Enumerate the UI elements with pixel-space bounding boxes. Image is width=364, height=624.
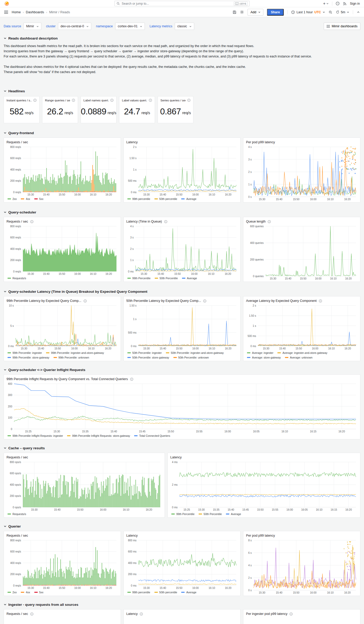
legend-item-99th-percentile-ingester-and-store-gateway[interactable]: 99th Percentile: ingester-and-store-gate… [46,351,104,354]
time-series-chart[interactable]: 15:2515:3015:3515:4015:4515:5015:5516:00… [6,382,358,433]
refresh-picker[interactable]: 5m [336,10,349,14]
legend-item-50th-percentile-unknown[interactable]: 50th Percentile: unknown [173,356,209,359]
mimir-dashboards-button[interactable]: Mimir dashboards [324,23,360,30]
legend-item-99th-percentile-unknown[interactable]: 99th Percentile: unknown [54,356,89,359]
legend-item-average[interactable]: Average [181,591,196,594]
time-series-chart[interactable]: 15:2515:3015:3515:4015:4515:5015:5516:00… [170,460,358,512]
legend-item-99th-percentile-inflight-requests-store-ga[interactable]: 99th Percentile Inflight Requests: store… [67,434,130,437]
sign-in-link[interactable]: Sign in [350,2,360,5]
info-icon[interactable] [149,99,152,102]
time-series-chart[interactable]: 15:3015:4015:5016:0016:1016:20800 ops/s6… [6,460,162,512]
time-range-picker[interactable]: Last 1 hour UTC [291,10,325,14]
legend-item-99th-percentile-ingester[interactable]: 99th Percentile: ingester [8,351,42,354]
section-header-query-frontend[interactable]: Query-frontend [4,131,360,135]
namespace-select[interactable]: cortex-dev-01 [115,23,145,30]
variable-label[interactable]: cluster [46,24,56,28]
time-series-chart[interactable]: 15:3015:4015:5016:0016:1016:202 s1.50 s1… [126,145,238,197]
legend-item-requests-s[interactable]: Requests/s [8,277,26,280]
section-header-inflight[interactable]: Query-scheduler <-> Querier Inflight Req… [4,368,360,372]
legend-item-99th-percentile[interactable]: 99th percentile [127,197,150,200]
data-source-select[interactable]: Mimir [23,23,41,30]
section-header-headlines[interactable]: Headlines [4,89,360,93]
info-icon[interactable] [203,299,206,303]
time-series-chart[interactable]: 15:3015:4015:5016:0016:1016:20800 ms600 … [126,538,238,590]
time-series-chart[interactable]: 15:3015:4015:5016:0016:1016:201.50 s1 s5… [126,303,238,350]
variable-label[interactable]: namespace [96,24,113,28]
new-menu-button[interactable]: + [323,1,328,6]
grafana-logo[interactable] [4,1,9,6]
section-header-ingester[interactable]: Ingester - query requests from all sourc… [4,603,360,607]
legend-item-average-unknown[interactable]: Average: unknown [285,356,313,359]
time-series-chart[interactable]: 15:3015:4015:5016:0016:1016:20800 req/s6… [6,538,118,590]
time-series-chart[interactable]: 15:3015:4015:5016:0016:1016:2010 s5 s0 m… [6,303,118,350]
info-icon[interactable] [110,99,114,102]
cluster-select[interactable]: dev-us-central-0 [58,23,91,30]
info-icon[interactable] [164,220,167,223]
variable-label[interactable]: Data source [4,24,21,28]
legend-item-99th-percentile-inflight-requests-ingester[interactable]: 99th Percentile Inflight Requests: inges… [8,434,63,437]
legend-item-2xx[interactable]: 2xx [8,197,17,200]
mega-menu-icon[interactable] [4,11,8,14]
news-rss-icon[interactable] [343,2,347,5]
search-input[interactable]: Search or jump to... ctrl+k [114,1,250,6]
legend-item-4xx[interactable]: 4xx [21,591,30,594]
legend-item-50th-percentile[interactable]: 50th percentile [154,197,177,200]
latency-metrics-select[interactable]: classic [175,23,194,30]
legend-item-average[interactable]: Average [181,197,196,200]
info-icon[interactable] [30,220,34,223]
zoom-out-time-icon[interactable] [329,10,332,14]
time-series-chart[interactable] [246,616,358,624]
legend-item-99th-percentile-store-gateway[interactable]: 99th Percentile: store-gateway [8,356,49,359]
section-header-querier[interactable]: Querier [4,524,360,528]
info-icon[interactable] [140,612,143,616]
info-icon[interactable] [187,99,191,102]
time-series-chart[interactable]: 15:3015:4015:5016:0016:1016:202 s1.50 s1… [246,303,358,350]
legend-item-2xx[interactable]: 2xx [8,591,17,594]
section-header-breakout[interactable]: Query-scheduler Latency (Time in Queue) … [4,290,360,294]
time-series-chart[interactable]: 15:3015:4015:5016:0016:1016:20800 req/s6… [6,145,118,197]
breadcrumb-dashboards[interactable]: Dashboards [26,10,44,14]
time-series-chart[interactable]: 15:3015:4015:5016:0016:1016:20600 querie… [246,224,358,281]
legend-item-average-ingester[interactable]: Average: ingester [247,351,273,354]
legend-item-50th-percentile-ingester-and-store-gateway[interactable]: 50th Percentile: ingester-and-store-gate… [166,351,224,354]
section-header-query-scheduler[interactable]: Query-scheduler [4,210,360,214]
dashboard-settings-gear-icon[interactable] [240,10,244,14]
share-button[interactable]: Share [267,9,284,16]
info-icon[interactable] [319,299,322,303]
legend-item-average[interactable]: Average [226,512,241,516]
time-series-chart[interactable]: 15:3015:4015:5016:0016:1016:208 s6 s4 s2… [246,538,358,595]
time-series-chart[interactable] [6,616,118,624]
legend-item-50th-percentile[interactable]: 50th Percentile [199,512,222,516]
legend-item-total-connected-queriers[interactable]: Total Connected Queriers [134,434,170,437]
legend-item-99th-percentile[interactable]: 99th Percentile [127,277,151,280]
info-icon[interactable] [30,612,34,616]
legend-item-requests-s[interactable]: Requests/s [8,512,26,516]
legend-item-average-ingester-and-store-gateway[interactable]: Average: ingester-and-store-gateway [277,351,327,354]
info-icon[interactable] [130,378,133,381]
time-series-chart[interactable]: 15:3015:4015:5016:0016:1016:204 s3 s2 s1… [126,224,238,276]
legend-item-99th-percentile[interactable]: 99th percentile [127,591,150,594]
legend-item-5xx[interactable]: 5xx [34,197,43,200]
time-series-chart[interactable]: 15:3015:4015:5016:0016:1016:204 s3 s2 s1… [246,145,358,201]
time-series-chart[interactable] [126,616,238,624]
add-panel-button[interactable]: Add [248,9,263,16]
legend-item-average-store-gateway[interactable]: Average: store-gateway [247,356,281,359]
legend-item-50th-percentile[interactable]: 50th Percentile [155,277,178,280]
info-icon[interactable] [289,612,293,616]
breadcrumb-home[interactable]: Home [12,10,21,14]
legend-item-99th-percentile[interactable]: 99th Percentile [171,512,194,516]
section-header-cache[interactable]: Cache – query results [4,446,360,450]
legend-item-50th-percentile-store-gateway[interactable]: 50th Percentile: store-gateway [127,356,169,359]
collapse-toolbar-chevron-up-icon[interactable] [357,11,360,14]
legend-item-50th-percentile-ingester[interactable]: 50th Percentile: ingester [127,351,162,354]
legend-item-average[interactable]: Average [182,277,197,280]
save-dashboard-icon[interactable] [233,10,236,14]
time-series-chart[interactable]: 15:3015:4015:5016:0016:1016:20800 req/s6… [6,224,118,276]
legend-item-50th-percentile[interactable]: 50th percentile [154,591,177,594]
info-icon[interactable] [72,99,75,102]
legend-item-5xx[interactable]: 5xx [34,591,43,594]
info-icon[interactable] [33,99,37,102]
info-icon[interactable] [268,220,271,223]
info-icon[interactable] [83,299,87,303]
legend-item-4xx[interactable]: 4xx [21,197,30,200]
